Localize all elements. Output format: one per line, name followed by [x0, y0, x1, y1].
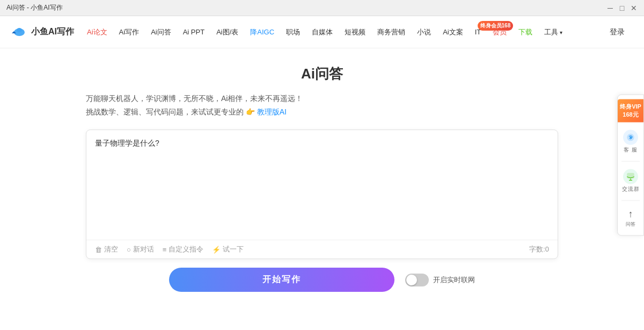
vip-badge: 终身会员168	[478, 21, 514, 31]
svg-point-4	[630, 137, 632, 138]
nav-item-xiezuo[interactable]: Ai写作	[115, 25, 144, 39]
svg-point-1	[17, 28, 22, 32]
maximize-button[interactable]: □	[618, 4, 626, 12]
nav-item-tu[interactable]: Ai图/表	[212, 25, 243, 39]
nav-item-huiyuan[interactable]: 终身会员168 会员	[488, 25, 511, 39]
main-content: 小鱼AI写作 小鱼AI写作 小鱼AI写作 小鱼AI写作 小鱼AI写作 小鱼AI写…	[0, 48, 644, 330]
custom-cmd-button[interactable]: ≡ 自定义指令	[163, 245, 204, 254]
nav-item-shipin[interactable]: 短视频	[340, 25, 370, 39]
start-writing-button[interactable]: 开始写作	[169, 268, 394, 292]
navbar: 小鱼AI写作 Ai论文 Ai写作 Ai问答 Ai PPT Ai图/表 降AIGC…	[0, 16, 644, 48]
subtitle-line2: 挑战数学、逻辑、写代码问题，来试试更专业的 👉 教理版AI	[86, 105, 558, 119]
nav-item-yingxiao[interactable]: 商务营销	[373, 25, 409, 39]
new-chat-button[interactable]: ○ 新对话	[127, 245, 154, 254]
sidebar-customer-service[interactable]: 客 服	[618, 126, 643, 156]
titlebar: Ai问答 - 小鱼AI写作 ─ □ ✕	[0, 0, 644, 16]
nav-item-wenан[interactable]: Ai文案	[438, 25, 467, 39]
logo[interactable]: 小鱼AI写作	[11, 24, 74, 41]
minimize-button[interactable]: ─	[606, 4, 614, 12]
nav-item-xiaoshuo[interactable]: 小说	[413, 25, 435, 39]
new-chat-icon: ○	[127, 246, 131, 254]
lightning-icon: ⚡	[212, 246, 221, 254]
toggle-label: 开启实时联网	[433, 275, 475, 285]
realtime-toggle[interactable]	[405, 274, 429, 286]
sidebar-group[interactable]: 交流群	[618, 166, 643, 196]
customer-service-label: 客 服	[624, 146, 638, 153]
clear-button[interactable]: 🗑 清空	[95, 245, 118, 254]
subtitle-section: 万能聊天机器人，学识渊博，无所不晓，Ai相伴，未来不再遥远！ 挑战数学、逻辑、写…	[86, 92, 558, 119]
nav-item-lunwen[interactable]: Ai论文	[83, 25, 112, 39]
chat-input[interactable]: 量子物理学是什么?	[86, 130, 558, 238]
customer-service-icon	[623, 130, 638, 145]
char-count: 字数:0	[529, 245, 549, 254]
right-sidebar: 终身VIP168元 客 服 交流群 ↑ 问答	[617, 95, 644, 236]
login-button[interactable]: 登录	[601, 24, 633, 40]
nav-item-xiazai[interactable]: 下载	[514, 25, 537, 39]
logo-icon	[11, 24, 28, 41]
nav-item-zimeiti[interactable]: 自媒体	[308, 25, 337, 39]
nav-item-wenda[interactable]: Ai问答	[147, 25, 175, 39]
back-top-icon: ↑	[628, 208, 633, 219]
close-button[interactable]: ✕	[630, 4, 638, 12]
tutorial-link[interactable]: 教理版AI	[257, 107, 287, 116]
logo-text: 小鱼AI写作	[31, 26, 74, 38]
sidebar-back-top[interactable]: ↑ 问答	[626, 205, 635, 231]
nav-item-gongju[interactable]: 工具	[540, 25, 567, 39]
chat-box: 量子物理学是什么? 🗑 清空 ○ 新对话 ≡ 自定义指令 ⚡ 试一下 字数:0	[86, 130, 558, 259]
toggle-knob	[406, 275, 417, 285]
group-label: 交流群	[622, 185, 640, 192]
bottom-area: 开始写作 开启实时联网	[86, 259, 558, 292]
toggle-area: 开启实时联网	[405, 274, 475, 286]
nav-item-ppt[interactable]: Ai PPT	[179, 26, 209, 38]
group-icon	[623, 169, 638, 184]
try-button[interactable]: ⚡ 试一下	[212, 245, 244, 254]
sidebar-vip-banner[interactable]: 终身VIP168元	[618, 99, 643, 123]
trash-icon: 🗑	[95, 246, 102, 254]
subtitle-line1: 万能聊天机器人，学识渊博，无所不晓，Ai相伴，未来不再遥远！	[86, 92, 558, 105]
sidebar-divider1	[621, 161, 640, 161]
page-title: Ai问答	[301, 64, 343, 83]
window-title: Ai问答 - 小鱼AI写作	[6, 3, 63, 12]
nav-item-zhichang[interactable]: 职场	[282, 25, 304, 39]
nav-item-aigc[interactable]: 降AIGC	[246, 25, 279, 39]
sidebar-divider2	[621, 200, 640, 200]
custom-icon: ≡	[163, 246, 167, 254]
window-controls: ─ □ ✕	[606, 4, 638, 12]
chat-toolbar: 🗑 清空 ○ 新对话 ≡ 自定义指令 ⚡ 试一下 字数:0	[86, 240, 558, 259]
back-top-label: 问答	[626, 220, 635, 227]
subtitle-pre-text: 挑战数学、逻辑、写代码问题，来试试更专业的 👉	[86, 107, 255, 116]
